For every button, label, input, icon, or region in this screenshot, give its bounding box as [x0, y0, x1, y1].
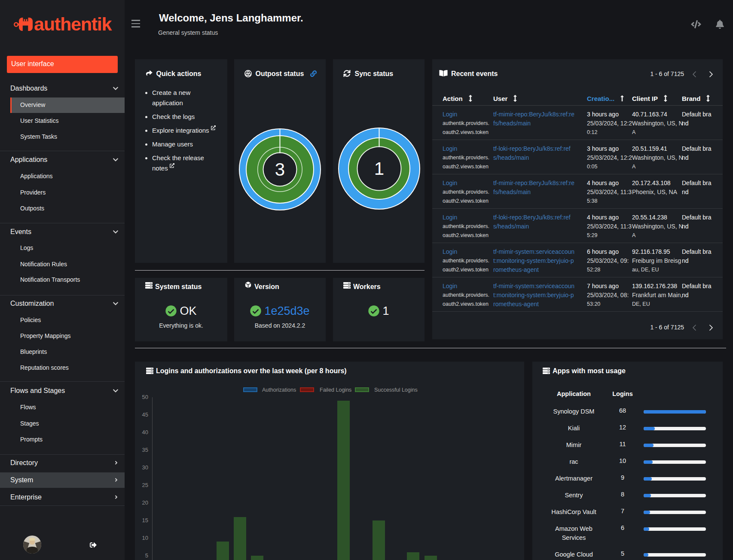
svg-text:1: 1: [374, 158, 384, 179]
svg-text:3: 3: [275, 159, 285, 180]
svg-text:authentik: authentik: [34, 14, 112, 34]
